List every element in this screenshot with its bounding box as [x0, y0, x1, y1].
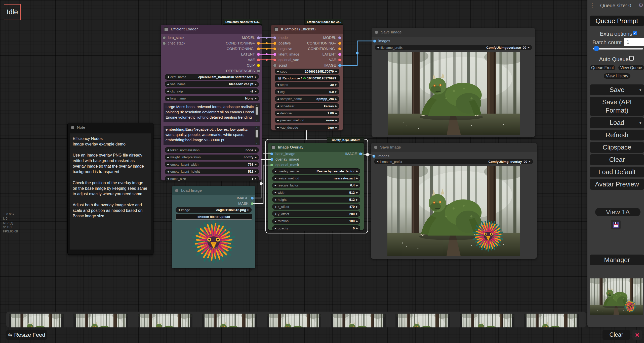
- increment-arrow-icon[interactable]: ▶: [335, 112, 337, 115]
- slot-dot[interactable]: [273, 64, 276, 67]
- batch-count-input[interactable]: 1: [624, 38, 644, 46]
- widget-empty_latent_width[interactable]: ◀empty_latent_width768▶: [165, 162, 259, 167]
- increment-arrow-icon[interactable]: ▶: [335, 98, 337, 100]
- decrement-arrow-icon[interactable]: ◀: [167, 76, 169, 78]
- node-save-image-2[interactable]: Save Image images ◀filename_prefixComfyU…: [371, 143, 537, 259]
- feed-thumbnail[interactable]: [395, 314, 450, 327]
- decrement-arrow-icon[interactable]: ◀: [178, 209, 180, 211]
- increment-arrow-icon[interactable]: ▶: [255, 149, 257, 151]
- feed-thumbnail[interactable]: [460, 314, 514, 327]
- widget-batch_size[interactable]: ◀batch_size1▶: [165, 176, 259, 181]
- output-slot-IMAGE[interactable]: IMAGE: [332, 151, 362, 157]
- input-slot-images[interactable]: images: [372, 153, 408, 159]
- increment-arrow-icon[interactable]: ▶: [356, 206, 358, 208]
- widget-seed[interactable]: ◀seed1046036195170979▶: [275, 69, 339, 74]
- increment-arrow-icon[interactable]: ▶: [356, 177, 358, 179]
- widget-cfg[interactable]: ◀cfg6.0▶: [275, 89, 339, 94]
- feed-thumbnail[interactable]: [202, 314, 257, 327]
- widget-scheduler[interactable]: ◀schedulerkarras▶: [275, 103, 339, 109]
- widget-resize_method[interactable]: ◀resize_methodnearest-exact▶: [272, 175, 360, 181]
- increment-arrow-icon[interactable]: ▶: [528, 46, 530, 49]
- decrement-arrow-icon[interactable]: ◀: [277, 119, 279, 122]
- output-slot-VAE[interactable]: VAE: [197, 57, 260, 63]
- widget-lora_name[interactable]: ◀lora_nameNone▶: [165, 96, 259, 101]
- menu-button-save-api-format-[interactable]: Save (API Format): [590, 97, 644, 116]
- node-note[interactable]: Note Efficiency Nodes Image overlay exam…: [67, 123, 153, 255]
- widget-vae_decode[interactable]: ◀vae_decodetrue▶: [275, 125, 339, 130]
- slot-dot[interactable]: [257, 42, 260, 45]
- widget-image[interactable]: ◀imageeag00118bl512.png▶: [176, 207, 252, 213]
- widget-filename_prefix[interactable]: ◀filename_prefixComfyUI\imgoverbase_00▶: [375, 45, 532, 50]
- widget-rotation[interactable]: ◀rotation180▶: [272, 218, 360, 224]
- slot-dot[interactable]: [338, 47, 341, 51]
- menu-button-avatar-preview[interactable]: Avatar Preview: [590, 179, 644, 190]
- menu-button-load-default[interactable]: Load Default: [590, 167, 644, 177]
- widget-x_offset[interactable]: ◀x_offset470▶: [272, 204, 360, 210]
- output-slot-IMAGE[interactable]: IMAGE: [226, 195, 254, 201]
- increment-arrow-icon[interactable]: ▶: [335, 126, 337, 129]
- widget-height[interactable]: ◀height512▶: [272, 197, 360, 203]
- decrement-arrow-icon[interactable]: ◀: [277, 98, 279, 100]
- decrement-arrow-icon[interactable]: ◀: [167, 83, 169, 85]
- collapse-icon[interactable]: [175, 189, 178, 192]
- slot-dot[interactable]: [257, 69, 260, 73]
- decrement-arrow-icon[interactable]: ◀: [277, 126, 279, 129]
- slot-dot[interactable]: [257, 47, 260, 51]
- widget-y_offset[interactable]: ◀y_offset280▶: [272, 211, 360, 217]
- slot-dot[interactable]: [338, 53, 341, 56]
- increment-arrow-icon[interactable]: ▶: [248, 209, 249, 211]
- slot-dot[interactable]: [270, 158, 273, 161]
- increment-arrow-icon[interactable]: ▶: [255, 76, 257, 78]
- upload-button[interactable]: choose file to upload: [176, 214, 252, 220]
- increment-arrow-icon[interactable]: ▶: [255, 97, 257, 100]
- increment-arrow-icon[interactable]: ▶: [356, 184, 358, 187]
- view-history-button[interactable]: View History: [604, 73, 630, 79]
- chevron-down-icon[interactable]: ▼: [639, 86, 642, 94]
- decrement-arrow-icon[interactable]: ◀: [274, 213, 276, 215]
- decrement-arrow-icon[interactable]: ◀: [274, 184, 276, 187]
- menu-button-load[interactable]: Load▼: [590, 117, 644, 128]
- node-image-overlay[interactable]: Image Overlay base_imageoverlay_imageopt…: [268, 143, 364, 230]
- decrement-arrow-icon[interactable]: ◀: [167, 97, 169, 100]
- input-slot-base_image[interactable]: base_image: [270, 151, 315, 157]
- decrement-arrow-icon[interactable]: ◀: [377, 46, 379, 49]
- widget-vae_name[interactable]: ◀vae_nameblessed2.vae.pt▶: [165, 81, 259, 87]
- output-slot-LATENT[interactable]: LATENT: [197, 52, 260, 57]
- increment-arrow-icon[interactable]: ▶: [255, 170, 257, 173]
- queue-prompt-button[interactable]: Queue Prompt: [590, 16, 644, 26]
- widget-empty_latent_height[interactable]: ◀empty_latent_height512▶: [165, 169, 259, 174]
- decrement-arrow-icon[interactable]: ◀: [274, 199, 276, 201]
- increment-arrow-icon[interactable]: ▶: [335, 83, 337, 86]
- increment-arrow-icon[interactable]: ▶: [356, 220, 358, 222]
- image-feed[interactable]: [6, 312, 586, 327]
- slot-dot[interactable]: [270, 163, 273, 167]
- widget-weight_interpretation[interactable]: ◀weight_interpretationcomfy▶: [165, 155, 259, 160]
- slot-dot[interactable]: [163, 42, 166, 45]
- decrement-arrow-icon[interactable]: ◀: [274, 170, 276, 172]
- widget-denoise[interactable]: ◀denoise1.00▶: [275, 111, 339, 116]
- node-save-image-1[interactable]: Save Image images ◀filename_prefixComfyU…: [372, 28, 535, 137]
- widget-filename_prefix[interactable]: ◀filename_prefixComfyUI\img_overlay_00▶: [374, 159, 533, 164]
- randomize-seed-button[interactable]: ⚄ Randomize / ♻ 1046036195170979: [275, 75, 340, 81]
- output-slot-LATENT[interactable]: LATENT: [291, 52, 341, 57]
- decrement-arrow-icon[interactable]: ◀: [277, 112, 279, 115]
- menu-button-clear[interactable]: Clear: [590, 154, 644, 165]
- widget-sampler_name[interactable]: ◀sampler_namedpmpp_2m▶: [275, 96, 339, 102]
- increment-arrow-icon[interactable]: ▶: [255, 177, 257, 180]
- decrement-arrow-icon[interactable]: ◀: [167, 90, 169, 92]
- view-queue-button[interactable]: View Queue: [618, 65, 644, 70]
- decrement-arrow-icon[interactable]: ◀: [277, 70, 279, 73]
- slot-dot[interactable]: [273, 42, 276, 45]
- manager-button[interactable]: Manager: [590, 255, 644, 265]
- positive-prompt-textarea[interactable]: Large Moss beast redwood forest landscap…: [164, 103, 260, 122]
- slot-dot[interactable]: [373, 39, 376, 43]
- slot-dot[interactable]: [273, 36, 276, 39]
- slot-dot[interactable]: [273, 58, 276, 62]
- scrollbar[interactable]: ▲▼: [255, 104, 259, 122]
- output-slot-CONDITIONING+[interactable]: CONDITIONING+: [197, 40, 260, 46]
- input-slot-overlay_image[interactable]: overlay_image: [270, 157, 315, 162]
- menu-button-clipspace[interactable]: Clipspace: [590, 142, 644, 153]
- collapse-icon[interactable]: [271, 145, 275, 149]
- widget-preview_method[interactable]: ◀preview_methodnone▶: [275, 118, 339, 123]
- output-slot-CONDITIONING+[interactable]: CONDITIONING+: [291, 40, 341, 46]
